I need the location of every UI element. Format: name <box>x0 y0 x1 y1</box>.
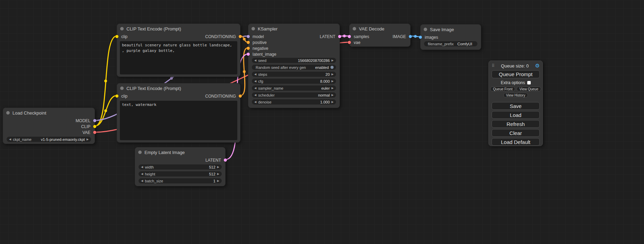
decrement-arrow-icon[interactable]: ◀ <box>254 73 256 76</box>
widget-width[interactable]: ◀ width 512 ▶ <box>139 164 222 170</box>
node-clip-text-encode-negative[interactable]: CLIP Text Encode (Prompt) clip CONDITION… <box>117 83 240 143</box>
comfyui-canvas[interactable]: { "colors": { "model": "#B39DDB", "clip"… <box>0 0 644 244</box>
model-output-port[interactable] <box>93 119 96 122</box>
increment-arrow-icon[interactable]: ▶ <box>332 101 334 103</box>
images-input-port[interactable] <box>419 36 422 39</box>
node-title-bar[interactable]: VAE Decode <box>350 24 410 34</box>
increment-arrow-icon[interactable]: ▶ <box>217 173 219 175</box>
latent-image-input-port[interactable] <box>247 53 250 56</box>
collapse-dot-icon[interactable] <box>6 111 10 115</box>
queue-prompt-button[interactable]: Queue Prompt <box>492 70 540 78</box>
load-button[interactable]: Load <box>492 111 540 119</box>
widget-label: seed <box>258 58 266 63</box>
widget-random-seed-toggle[interactable]: Random seed after every gen enabled <box>252 65 336 70</box>
image-output-port[interactable] <box>409 35 412 38</box>
increment-arrow-icon[interactable]: ▶ <box>332 87 334 90</box>
node-title: Save Image <box>430 27 454 32</box>
conditioning-output-port[interactable] <box>239 94 242 98</box>
node-title-bar[interactable]: Empty Latent Image <box>135 147 225 157</box>
save-button[interactable]: Save <box>492 102 540 110</box>
collapse-dot-icon[interactable] <box>120 87 124 90</box>
vae-output-port[interactable] <box>93 131 96 134</box>
vae-input-port[interactable] <box>348 41 351 44</box>
collapse-dot-icon[interactable] <box>252 27 255 30</box>
node-ksampler[interactable]: KSampler model LATENT positive negative … <box>248 24 340 108</box>
widget-label: batch_size <box>145 179 163 183</box>
node-title-bar[interactable]: CLIP Text Encode (Prompt) <box>117 83 240 93</box>
widget-batch-size[interactable]: ◀ batch_size 1 ▶ <box>139 178 222 183</box>
load-default-button[interactable]: Load Default <box>492 138 540 146</box>
settings-gear-icon[interactable]: ⚙ <box>535 63 540 69</box>
latent-output-port[interactable] <box>224 159 227 162</box>
toggle-dot-icon[interactable] <box>330 66 334 69</box>
queue-panel-header: ⠿ Queue size: 0 ⚙ <box>489 61 542 70</box>
decrement-arrow-icon[interactable]: ◀ <box>141 173 143 175</box>
node-clip-text-encode-positive[interactable]: CLIP Text Encode (Prompt) clip CONDITION… <box>117 24 240 77</box>
drag-handle-icon[interactable]: ⠿ <box>492 63 495 68</box>
increment-arrow-icon[interactable]: ▶ <box>332 94 334 97</box>
refresh-button[interactable]: Refresh <box>492 120 540 128</box>
node-save-image[interactable]: Save Image images filename_prefix ComfyU… <box>420 24 481 50</box>
increment-arrow-icon[interactable]: ▶ <box>332 59 334 62</box>
negative-input-port[interactable] <box>247 47 250 50</box>
increment-arrow-icon[interactable]: ▶ <box>87 138 89 141</box>
decrement-arrow-icon[interactable]: ◀ <box>254 94 256 97</box>
widget-scheduler[interactable]: ◀ scheduler normal ▶ <box>252 92 336 98</box>
node-title-bar[interactable]: Load Checkpoint <box>3 108 95 118</box>
positive-input-port[interactable] <box>247 41 250 44</box>
view-queue-button[interactable]: View Queue <box>517 87 541 91</box>
collapse-dot-icon[interactable] <box>353 27 356 30</box>
slot-row: clip CONDITIONING <box>117 34 240 39</box>
widget-filename-prefix[interactable]: filename_prefix ComfyUI <box>424 41 477 46</box>
widget-sampler-name[interactable]: ◀ sampler_name euler ▶ <box>252 85 336 91</box>
slot-row: images <box>421 34 481 40</box>
widget-height[interactable]: ◀ height 512 ▶ <box>139 171 222 177</box>
collapse-dot-icon[interactable] <box>424 28 427 31</box>
decrement-arrow-icon[interactable]: ◀ <box>254 87 256 90</box>
widget-label: steps <box>258 72 267 76</box>
negative-prompt-textarea[interactable]: text, watermark <box>120 101 237 140</box>
collapse-dot-icon[interactable] <box>120 27 124 30</box>
node-title-bar[interactable]: CLIP Text Encode (Prompt) <box>117 24 240 34</box>
decrement-arrow-icon[interactable]: ◀ <box>9 138 11 141</box>
decrement-arrow-icon[interactable]: ◀ <box>254 101 256 103</box>
node-empty-latent-image[interactable]: Empty Latent Image LATENT ◀ width 512 ▶ … <box>135 147 226 186</box>
increment-arrow-icon[interactable]: ▶ <box>332 80 334 83</box>
widget-value: 512 <box>209 165 215 169</box>
node-load-checkpoint[interactable]: Load Checkpoint MODEL CLIP VAE ◀ ckpt_na… <box>3 108 95 144</box>
clear-button[interactable]: Clear <box>492 129 540 137</box>
decrement-arrow-icon[interactable]: ◀ <box>254 59 256 62</box>
positive-prompt-textarea[interactable]: beautiful scenery nature glass bottle la… <box>120 41 237 74</box>
clip-input-port[interactable] <box>115 94 118 98</box>
widget-seed[interactable]: ◀ seed 156680208700286 ▶ <box>252 58 336 63</box>
queue-front-button[interactable]: Queue Front <box>490 87 515 91</box>
widget-value: v1-5-pruned-emaonly.ckpt <box>41 137 85 142</box>
node-title: VAE Decode <box>359 26 384 31</box>
clip-input-port[interactable] <box>115 35 118 38</box>
clip-output-port[interactable] <box>93 125 96 128</box>
decrement-arrow-icon[interactable]: ◀ <box>141 166 143 169</box>
widget-steps[interactable]: ◀ steps 20 ▶ <box>252 72 336 77</box>
widget-ckpt-name[interactable]: ◀ ckpt_name v1-5-pruned-emaonly.ckpt ▶ <box>7 137 91 142</box>
increment-arrow-icon[interactable]: ▶ <box>332 73 334 76</box>
model-input-port[interactable] <box>247 35 250 38</box>
input-slot-label: samples <box>354 34 369 39</box>
node-vae-decode[interactable]: VAE Decode samples IMAGE vae <box>349 24 411 47</box>
widget-denoise[interactable]: ◀ denoise 1.000 ▶ <box>252 99 336 105</box>
widget-value: 1.000 <box>320 100 330 104</box>
samples-input-port[interactable] <box>348 35 351 38</box>
increment-arrow-icon[interactable]: ▶ <box>217 166 219 169</box>
node-title-bar[interactable]: Save Image <box>421 25 481 34</box>
collapse-dot-icon[interactable] <box>138 151 142 154</box>
latent-output-port[interactable] <box>338 35 341 38</box>
view-history-button[interactable]: View History <box>503 93 528 98</box>
decrement-arrow-icon[interactable]: ◀ <box>254 80 256 83</box>
decrement-arrow-icon[interactable]: ◀ <box>141 180 143 182</box>
widget-cfg[interactable]: ◀ cfg 8.000 ▶ <box>252 79 336 84</box>
increment-arrow-icon[interactable]: ▶ <box>217 180 219 182</box>
node-title-bar[interactable]: KSampler <box>248 24 339 34</box>
extra-options-checkbox[interactable] <box>527 81 531 84</box>
conditioning-output-port[interactable] <box>239 35 242 38</box>
output-slot-label: IMAGE <box>392 34 406 39</box>
output-slot-row: VAE <box>3 129 95 135</box>
